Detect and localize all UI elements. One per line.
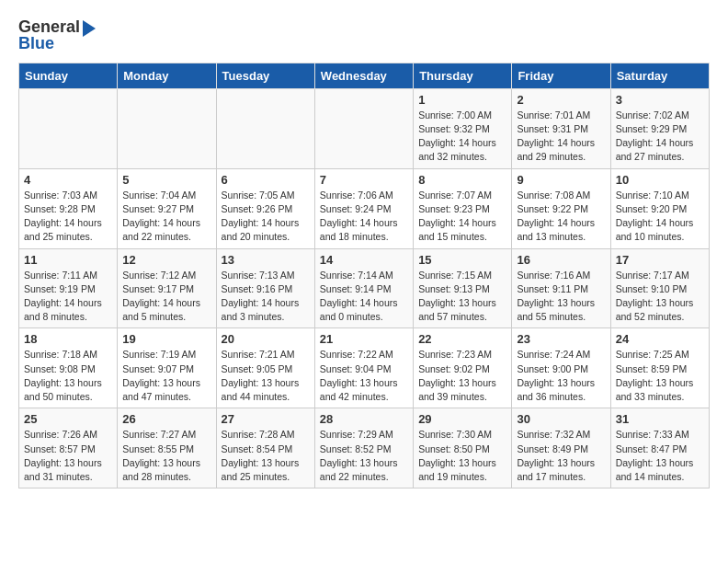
logo-triangle-icon — [83, 20, 96, 37]
day-info: Sunrise: 7:00 AMSunset: 9:32 PMDaylight:… — [418, 109, 506, 165]
calendar-body: 1Sunrise: 7:00 AMSunset: 9:32 PMDaylight… — [19, 88, 710, 488]
calendar-cell: 11Sunrise: 7:11 AMSunset: 9:19 PMDayligh… — [19, 248, 118, 328]
calendar-cell: 21Sunrise: 7:22 AMSunset: 9:04 PMDayligh… — [314, 328, 413, 408]
day-info: Sunrise: 7:30 AMSunset: 8:50 PMDaylight:… — [418, 428, 506, 484]
calendar-cell: 18Sunrise: 7:18 AMSunset: 9:08 PMDayligh… — [19, 328, 118, 408]
calendar-cell: 3Sunrise: 7:02 AMSunset: 9:29 PMDaylight… — [610, 88, 709, 168]
weekday-header-saturday: Saturday — [610, 63, 709, 88]
weekday-header-row: SundayMondayTuesdayWednesdayThursdayFrid… — [19, 63, 710, 88]
calendar-cell: 2Sunrise: 7:01 AMSunset: 9:31 PMDaylight… — [512, 88, 610, 168]
weekday-header-monday: Monday — [118, 63, 216, 88]
calendar-cell: 31Sunrise: 7:33 AMSunset: 8:47 PMDayligh… — [610, 408, 709, 488]
day-info: Sunrise: 7:26 AMSunset: 8:57 PMDaylight:… — [24, 428, 112, 484]
calendar-cell: 8Sunrise: 7:07 AMSunset: 9:23 PMDaylight… — [414, 168, 512, 248]
weekday-header-tuesday: Tuesday — [216, 63, 314, 88]
day-info: Sunrise: 7:03 AMSunset: 9:28 PMDaylight:… — [24, 189, 112, 245]
day-number: 25 — [24, 412, 112, 426]
weekday-header-sunday: Sunday — [19, 63, 118, 88]
day-info: Sunrise: 7:23 AMSunset: 9:02 PMDaylight:… — [418, 348, 506, 404]
day-number: 19 — [122, 332, 210, 346]
day-info: Sunrise: 7:05 AMSunset: 9:26 PMDaylight:… — [222, 189, 310, 245]
calendar-week-5: 25Sunrise: 7:26 AMSunset: 8:57 PMDayligh… — [19, 408, 710, 488]
day-info: Sunrise: 7:18 AMSunset: 9:08 PMDaylight:… — [24, 348, 112, 404]
logo: General Blue — [18, 18, 96, 53]
day-number: 30 — [517, 412, 605, 426]
calendar-cell: 24Sunrise: 7:25 AMSunset: 8:59 PMDayligh… — [610, 328, 709, 408]
calendar-cell — [216, 88, 314, 168]
day-number: 26 — [122, 412, 210, 426]
day-info: Sunrise: 7:21 AMSunset: 9:05 PMDaylight:… — [222, 348, 310, 404]
calendar-cell: 16Sunrise: 7:16 AMSunset: 9:11 PMDayligh… — [512, 248, 610, 328]
day-info: Sunrise: 7:17 AMSunset: 9:10 PMDaylight:… — [616, 269, 704, 325]
day-info: Sunrise: 7:15 AMSunset: 9:13 PMDaylight:… — [418, 269, 506, 325]
calendar-cell: 6Sunrise: 7:05 AMSunset: 9:26 PMDaylight… — [216, 168, 314, 248]
day-info: Sunrise: 7:10 AMSunset: 9:20 PMDaylight:… — [616, 189, 704, 245]
calendar-cell — [19, 88, 118, 168]
day-number: 10 — [616, 173, 704, 187]
calendar-cell: 13Sunrise: 7:13 AMSunset: 9:16 PMDayligh… — [216, 248, 314, 328]
day-info: Sunrise: 7:06 AMSunset: 9:24 PMDaylight:… — [320, 189, 408, 245]
day-info: Sunrise: 7:24 AMSunset: 9:00 PMDaylight:… — [517, 348, 605, 404]
page-header: General Blue — [18, 18, 710, 53]
day-number: 9 — [517, 173, 605, 187]
calendar-week-3: 11Sunrise: 7:11 AMSunset: 9:19 PMDayligh… — [19, 248, 710, 328]
day-number: 2 — [517, 93, 605, 107]
day-number: 28 — [320, 412, 408, 426]
day-info: Sunrise: 7:16 AMSunset: 9:11 PMDaylight:… — [517, 269, 605, 325]
day-info: Sunrise: 7:13 AMSunset: 9:16 PMDaylight:… — [222, 269, 310, 325]
weekday-header-thursday: Thursday — [414, 63, 512, 88]
calendar-week-4: 18Sunrise: 7:18 AMSunset: 9:08 PMDayligh… — [19, 328, 710, 408]
day-info: Sunrise: 7:04 AMSunset: 9:27 PMDaylight:… — [122, 189, 210, 245]
day-info: Sunrise: 7:19 AMSunset: 9:07 PMDaylight:… — [122, 348, 210, 404]
calendar-cell: 23Sunrise: 7:24 AMSunset: 9:00 PMDayligh… — [512, 328, 610, 408]
calendar-cell: 28Sunrise: 7:29 AMSunset: 8:52 PMDayligh… — [314, 408, 413, 488]
calendar-header: SundayMondayTuesdayWednesdayThursdayFrid… — [19, 63, 710, 88]
day-info: Sunrise: 7:14 AMSunset: 9:14 PMDaylight:… — [320, 269, 408, 325]
calendar-cell: 1Sunrise: 7:00 AMSunset: 9:32 PMDaylight… — [414, 88, 512, 168]
weekday-header-friday: Friday — [512, 63, 610, 88]
calendar-cell: 7Sunrise: 7:06 AMSunset: 9:24 PMDaylight… — [314, 168, 413, 248]
calendar-cell: 15Sunrise: 7:15 AMSunset: 9:13 PMDayligh… — [414, 248, 512, 328]
logo-text-blue: Blue — [18, 35, 54, 53]
day-number: 31 — [616, 412, 704, 426]
calendar-cell — [118, 88, 216, 168]
day-info: Sunrise: 7:33 AMSunset: 8:47 PMDaylight:… — [616, 428, 704, 484]
calendar-week-1: 1Sunrise: 7:00 AMSunset: 9:32 PMDaylight… — [19, 88, 710, 168]
day-number: 24 — [616, 332, 704, 346]
day-number: 1 — [418, 93, 506, 107]
calendar-cell: 10Sunrise: 7:10 AMSunset: 9:20 PMDayligh… — [610, 168, 709, 248]
day-info: Sunrise: 7:32 AMSunset: 8:49 PMDaylight:… — [517, 428, 605, 484]
day-number: 13 — [222, 253, 310, 267]
calendar-cell: 26Sunrise: 7:27 AMSunset: 8:55 PMDayligh… — [118, 408, 216, 488]
calendar-week-2: 4Sunrise: 7:03 AMSunset: 9:28 PMDaylight… — [19, 168, 710, 248]
day-number: 17 — [616, 253, 704, 267]
day-number: 7 — [320, 173, 408, 187]
day-number: 27 — [222, 412, 310, 426]
day-number: 5 — [122, 173, 210, 187]
day-info: Sunrise: 7:01 AMSunset: 9:31 PMDaylight:… — [517, 109, 605, 165]
day-info: Sunrise: 7:27 AMSunset: 8:55 PMDaylight:… — [122, 428, 210, 484]
calendar-cell: 9Sunrise: 7:08 AMSunset: 9:22 PMDaylight… — [512, 168, 610, 248]
day-info: Sunrise: 7:22 AMSunset: 9:04 PMDaylight:… — [320, 348, 408, 404]
day-info: Sunrise: 7:12 AMSunset: 9:17 PMDaylight:… — [122, 269, 210, 325]
day-number: 8 — [418, 173, 506, 187]
calendar-cell: 20Sunrise: 7:21 AMSunset: 9:05 PMDayligh… — [216, 328, 314, 408]
day-number: 11 — [24, 253, 112, 267]
calendar-cell: 22Sunrise: 7:23 AMSunset: 9:02 PMDayligh… — [414, 328, 512, 408]
day-number: 16 — [517, 253, 605, 267]
day-number: 14 — [320, 253, 408, 267]
day-info: Sunrise: 7:28 AMSunset: 8:54 PMDaylight:… — [222, 428, 310, 484]
calendar-cell: 12Sunrise: 7:12 AMSunset: 9:17 PMDayligh… — [118, 248, 216, 328]
day-info: Sunrise: 7:07 AMSunset: 9:23 PMDaylight:… — [418, 189, 506, 245]
day-number: 23 — [517, 332, 605, 346]
calendar-cell: 29Sunrise: 7:30 AMSunset: 8:50 PMDayligh… — [414, 408, 512, 488]
day-number: 4 — [24, 173, 112, 187]
day-info: Sunrise: 7:02 AMSunset: 9:29 PMDaylight:… — [616, 109, 704, 165]
calendar-cell: 27Sunrise: 7:28 AMSunset: 8:54 PMDayligh… — [216, 408, 314, 488]
day-info: Sunrise: 7:25 AMSunset: 8:59 PMDaylight:… — [616, 348, 704, 404]
calendar-cell: 17Sunrise: 7:17 AMSunset: 9:10 PMDayligh… — [610, 248, 709, 328]
calendar-cell: 19Sunrise: 7:19 AMSunset: 9:07 PMDayligh… — [118, 328, 216, 408]
day-number: 22 — [418, 332, 506, 346]
day-number: 20 — [222, 332, 310, 346]
calendar-cell: 4Sunrise: 7:03 AMSunset: 9:28 PMDaylight… — [19, 168, 118, 248]
